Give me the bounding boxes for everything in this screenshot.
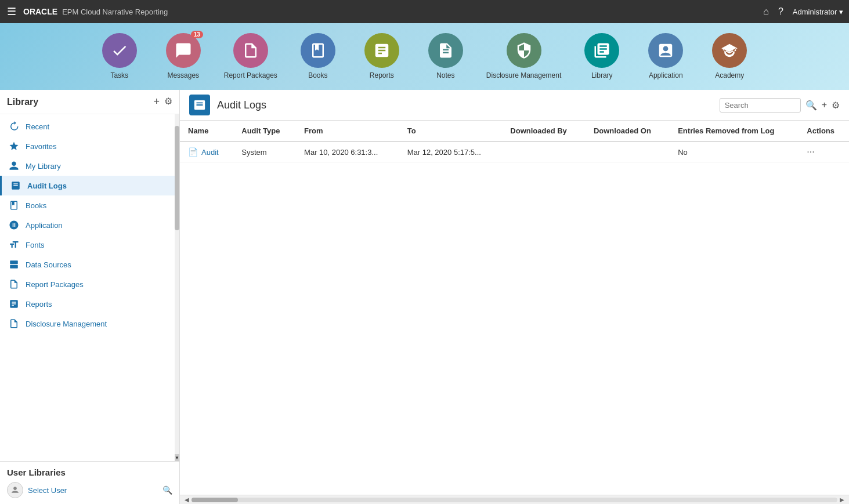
nav-circle-notes — [428, 33, 463, 68]
disclosure-management-icon — [8, 318, 20, 329]
main-layout: Library + ⚙ Recent — [0, 90, 849, 504]
nav-circle-report-packages — [233, 33, 268, 68]
cell-downloaded-by — [502, 142, 586, 162]
nav-label-reports: Reports — [370, 71, 394, 79]
add-icon[interactable]: + — [822, 100, 827, 110]
sidebar-scrollbar-thumb — [175, 126, 179, 230]
sidebar-item-reports[interactable]: Reports — [0, 294, 179, 314]
nav-item-academy[interactable]: Academy — [706, 33, 753, 79]
cell-downloaded-on — [586, 142, 670, 162]
sidebar-item-label-favorites: Favorites — [26, 142, 56, 151]
sidebar-title: Library — [7, 97, 38, 107]
nav-item-tasks[interactable]: Tasks — [96, 33, 143, 79]
fonts-icon — [8, 239, 20, 251]
nav-item-application[interactable]: Application — [642, 33, 689, 79]
nav-label-disclosure-management: Disclosure Management — [486, 71, 561, 79]
cell-audit-type: System — [233, 142, 296, 162]
sidebar-add-icon[interactable]: + — [153, 96, 160, 108]
sidebar-scroll-down-arrow[interactable]: ▼ — [175, 454, 179, 461]
nav-label-notes: Notes — [436, 71, 454, 79]
sidebar-item-application[interactable]: Application — [0, 215, 179, 235]
books-icon — [8, 200, 20, 211]
sidebar-scroll-area: Recent Favorites My Library — [0, 114, 179, 461]
col-audit-type: Audit Type — [233, 121, 296, 142]
oracle-logo: ORACLE — [23, 7, 57, 16]
sidebar-item-fonts[interactable]: Fonts — [0, 235, 179, 255]
content-header: Audit Logs 🔍 + ⚙ — [180, 90, 849, 121]
sidebar-list: Recent Favorites My Library — [0, 114, 179, 336]
user-avatar-icon — [7, 482, 23, 498]
sidebar-item-recent[interactable]: Recent — [0, 117, 179, 136]
scroll-left-arrow[interactable]: ◀ — [182, 496, 192, 503]
top-nav-right: ⌂ ? Administrator ▾ — [763, 0, 843, 23]
nav-label-books: Books — [308, 71, 327, 79]
user-libraries-search-icon[interactable]: 🔍 — [162, 485, 172, 495]
sidebar-item-label-audit-logs: Audit Logs — [27, 182, 67, 190]
report-packages-icon — [8, 278, 20, 290]
sidebar-item-disclosure-management[interactable]: Disclosure Management — [0, 314, 179, 333]
audit-file-icon: 📄 — [188, 147, 198, 157]
page-icon — [189, 95, 210, 115]
nav-item-messages[interactable]: 13 Messages — [160, 33, 207, 79]
cell-actions: ··· — [799, 142, 849, 162]
recent-icon — [8, 121, 20, 132]
scroll-right-arrow[interactable]: ▶ — [837, 496, 847, 503]
sidebar-item-label-disclosure-management: Disclosure Management — [26, 320, 107, 328]
nav-item-books[interactable]: Books — [295, 33, 341, 79]
home-icon[interactable]: ⌂ — [763, 6, 769, 17]
row-actions-button[interactable]: ··· — [807, 147, 814, 157]
nav-item-library[interactable]: Library — [579, 33, 625, 79]
help-icon[interactable]: ? — [778, 6, 783, 17]
table-row: 📄 Audit System Mar 10, 2020 6:31:3... Ma… — [180, 142, 849, 162]
messages-badge: 13 — [191, 31, 203, 38]
sidebar-item-report-packages[interactable]: Report Packages — [0, 274, 179, 294]
sidebar-item-audit-logs[interactable]: Audit Logs — [0, 176, 179, 195]
sidebar-item-data-sources[interactable]: Data Sources — [0, 255, 179, 274]
audit-logs-icon — [10, 180, 21, 191]
hamburger-menu-icon[interactable]: ☰ — [7, 5, 16, 18]
col-downloaded-on: Downloaded On — [586, 121, 670, 142]
nav-item-notes[interactable]: Notes — [422, 33, 469, 79]
search-input[interactable] — [720, 98, 801, 113]
data-sources-icon — [8, 259, 20, 270]
sidebar-scrollbar[interactable]: ▼ — [175, 114, 179, 461]
nav-circle-application — [648, 33, 683, 68]
nav-item-report-packages[interactable]: Report Packages — [224, 33, 277, 79]
cell-name: 📄 Audit — [180, 142, 233, 162]
nav-label-messages: Messages — [167, 71, 199, 79]
search-icon[interactable]: 🔍 — [805, 100, 817, 111]
nav-label-application: Application — [649, 71, 683, 79]
sidebar-item-my-library[interactable]: My Library — [0, 156, 179, 176]
col-from: From — [296, 121, 399, 142]
nav-item-disclosure-management[interactable]: Disclosure Management — [486, 33, 561, 79]
horizontal-scrollbar[interactable]: ◀ ▶ — [180, 495, 849, 504]
settings-icon[interactable]: ⚙ — [832, 100, 840, 111]
sidebar-item-favorites[interactable]: Favorites — [0, 136, 179, 156]
nav-circle-disclosure-management — [507, 33, 541, 68]
cell-from: Mar 10, 2020 6:31:3... — [296, 142, 399, 162]
nav-label-report-packages: Report Packages — [224, 71, 277, 79]
audit-logs-table: Name Audit Type From To Downloaded By Do… — [180, 121, 849, 162]
my-library-icon — [8, 160, 20, 172]
col-entries-removed: Entries Removed from Log — [670, 121, 799, 142]
nav-circle-reports — [364, 33, 399, 68]
sidebar-actions: + ⚙ — [153, 96, 172, 108]
reports-icon — [8, 298, 20, 310]
sidebar-settings-icon[interactable]: ⚙ — [164, 96, 172, 108]
nav-item-reports[interactable]: Reports — [359, 33, 405, 79]
sidebar-item-label-data-sources: Data Sources — [26, 260, 71, 269]
audit-log-name: Audit — [201, 148, 219, 157]
col-to: To — [399, 121, 503, 142]
user-libraries-title: User Libraries — [7, 467, 172, 477]
nav-circle-academy — [712, 33, 747, 68]
scroll-thumb — [192, 498, 238, 502]
cell-to: Mar 12, 2020 5:17:5... — [399, 142, 503, 162]
sidebar-item-books[interactable]: Books — [0, 195, 179, 215]
col-name: Name — [180, 121, 233, 142]
application-icon — [8, 219, 20, 231]
sidebar-item-label-reports: Reports — [26, 300, 52, 309]
scroll-track[interactable] — [192, 498, 837, 502]
admin-user-label[interactable]: Administrator ▾ — [793, 8, 843, 16]
audit-log-link[interactable]: 📄 Audit — [188, 147, 225, 157]
select-user-label[interactable]: Select User — [28, 486, 162, 495]
